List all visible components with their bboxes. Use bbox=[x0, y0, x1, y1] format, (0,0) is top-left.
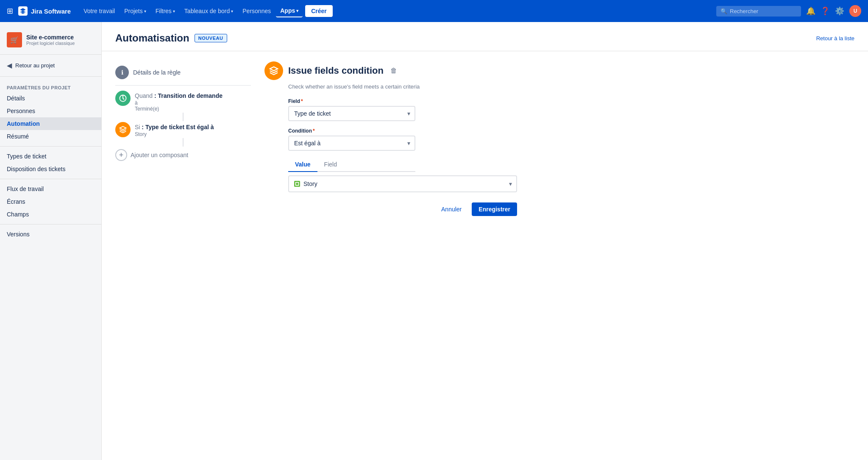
value-field-section: Value Field Story ▾ bbox=[288, 158, 553, 192]
when-label: Quand bbox=[135, 92, 153, 99]
create-button[interactable]: Créer bbox=[305, 5, 333, 17]
condition-description: Check whether an issue's field meets a c… bbox=[288, 83, 553, 90]
if-step-sub: Story bbox=[135, 131, 251, 137]
back-icon: ◀ bbox=[7, 61, 12, 69]
step-line-1 bbox=[115, 112, 251, 122]
top-nav-links: Votre travail Projets ▾ Filtres ▾ Tablea… bbox=[79, 5, 715, 17]
sidebar-item-versions[interactable]: Versions bbox=[0, 228, 101, 241]
sidebar-divider-2 bbox=[0, 146, 101, 147]
field-label: Field * bbox=[288, 98, 553, 104]
when-step-sub: àTerminé(e) bbox=[135, 100, 251, 112]
cancel-button[interactable]: Annuler bbox=[436, 202, 467, 216]
sidebar-item-ecrans[interactable]: Écrans bbox=[0, 195, 101, 208]
if-label: Si bbox=[135, 124, 140, 130]
layout: 🛒 Site e-commerce Projet logiciel classi… bbox=[0, 22, 868, 460]
when-step[interactable]: Quand : Transition de demande àTerminé(e… bbox=[115, 91, 251, 112]
story-select-box[interactable]: Story bbox=[288, 175, 517, 192]
condition-label: Condition * bbox=[288, 128, 553, 134]
search-box[interactable]: 🔍 Rechercher bbox=[716, 6, 801, 17]
main-content: Automatisation NOUVEAU Retour à la liste… bbox=[102, 22, 868, 460]
nav-votre-travail[interactable]: Votre travail bbox=[79, 5, 119, 17]
sidebar-item-details[interactable]: Détails bbox=[0, 92, 101, 105]
sidebar-item-flux[interactable]: Flux de travail bbox=[0, 183, 101, 195]
trash-icon[interactable]: 🗑 bbox=[390, 67, 397, 75]
step-line-2 bbox=[115, 137, 251, 147]
tab-field[interactable]: Field bbox=[317, 158, 344, 172]
story-label: Story bbox=[303, 180, 317, 187]
svg-rect-3 bbox=[296, 183, 298, 185]
story-select-wrapper: Story ▾ bbox=[288, 175, 517, 192]
tab-value[interactable]: Value bbox=[288, 158, 317, 172]
if-step-title: Si : Type de ticket Est égal à bbox=[135, 124, 251, 130]
add-component-icon: + bbox=[115, 149, 127, 161]
condition-select[interactable]: Est égal à bbox=[288, 136, 415, 151]
condition-title: Issue fields condition bbox=[288, 65, 384, 76]
brand: Jira Software bbox=[18, 6, 71, 16]
search-icon: 🔍 bbox=[721, 8, 727, 14]
divider-h bbox=[115, 85, 251, 86]
when-step-title: Quand : Transition de demande bbox=[135, 92, 251, 99]
when-step-icon bbox=[115, 91, 131, 106]
sidebar-project: 🛒 Site e-commerce Projet logiciel classi… bbox=[0, 29, 101, 55]
content-header: Automatisation NOUVEAU Retour à la liste bbox=[102, 22, 868, 51]
settings-icon[interactable]: ⚙️ bbox=[835, 6, 844, 16]
rule-details-icon: ℹ bbox=[115, 66, 129, 79]
project-sub: Projet logiciel classique bbox=[26, 41, 75, 46]
project-icon: 🛒 bbox=[7, 32, 22, 47]
top-nav-right: 🔍 Rechercher 🔔 ❓ ⚙️ U bbox=[716, 5, 861, 17]
if-step[interactable]: Si : Type de ticket Est égal à Story bbox=[115, 122, 251, 137]
vertical-line-1 bbox=[183, 113, 184, 121]
field-select[interactable]: Type de ticket bbox=[288, 106, 415, 121]
avatar[interactable]: U bbox=[849, 5, 861, 17]
sidebar-item-personnes[interactable]: Personnes bbox=[0, 105, 101, 117]
help-icon[interactable]: ❓ bbox=[821, 6, 830, 16]
project-name: Site e-commerce bbox=[26, 34, 75, 41]
top-nav: ⊞ Jira Software Votre travail Projets ▾ … bbox=[0, 0, 868, 22]
save-button[interactable]: Enregistrer bbox=[472, 202, 517, 216]
sidebar-item-disposition[interactable]: Disposition des tickets bbox=[0, 163, 101, 175]
when-step-content: Quand : Transition de demande àTerminé(e… bbox=[135, 91, 251, 112]
notifications-icon[interactable]: 🔔 bbox=[806, 6, 815, 16]
vertical-line-2 bbox=[183, 138, 184, 147]
field-group: Field * Type de ticket bbox=[288, 98, 553, 121]
if-step-content: Si : Type de ticket Est égal à Story bbox=[135, 122, 251, 137]
form-actions: Annuler Enregistrer bbox=[288, 202, 517, 216]
nav-personnes[interactable]: Personnes bbox=[238, 5, 275, 17]
sidebar-item-automation[interactable]: Automation bbox=[0, 117, 101, 130]
condition-panel: Issue fields condition 🗑 Check whether a… bbox=[264, 61, 553, 216]
condition-group: Condition * Est égal à bbox=[288, 128, 553, 151]
add-component-btn[interactable]: + Ajouter un composant bbox=[115, 149, 251, 161]
content-header-left: Automatisation NOUVEAU bbox=[115, 32, 227, 44]
rule-details-row[interactable]: ℹ Détails de la règle bbox=[115, 61, 251, 83]
sidebar-divider-3 bbox=[0, 179, 101, 179]
sidebar-item-types-ticket[interactable]: Types de ticket bbox=[0, 150, 101, 163]
nav-projets[interactable]: Projets ▾ bbox=[120, 5, 150, 17]
condition-header: Issue fields condition 🗑 bbox=[264, 61, 553, 80]
back-to-project[interactable]: ◀ Retour au projet bbox=[0, 58, 101, 73]
required-star-field: * bbox=[301, 98, 303, 104]
field-select-wrapper: Type de ticket bbox=[288, 106, 415, 121]
page-title: Automatisation bbox=[115, 32, 189, 44]
rule-details-text: Détails de la règle bbox=[133, 69, 181, 76]
condition-select-wrapper: Est égal à bbox=[288, 136, 415, 151]
condition-icon bbox=[264, 61, 283, 80]
sidebar-item-champs[interactable]: Champs bbox=[0, 208, 101, 221]
section-label: Paramètres du projet bbox=[0, 80, 101, 92]
sidebar-item-resume[interactable]: Résumé bbox=[0, 130, 101, 143]
jira-logo bbox=[18, 6, 28, 16]
back-to-list-link[interactable]: Retour à la liste bbox=[816, 35, 854, 42]
nav-apps[interactable]: Apps ▾ bbox=[276, 5, 303, 17]
new-badge: NOUVEAU bbox=[195, 34, 227, 42]
grid-icon[interactable]: ⊞ bbox=[7, 6, 13, 16]
nav-tableaux[interactable]: Tableaux de bord ▾ bbox=[180, 5, 237, 17]
required-star-condition: * bbox=[313, 128, 315, 134]
nav-filtres[interactable]: Filtres ▾ bbox=[151, 5, 179, 17]
automation-body: ℹ Détails de la règle Quand : bbox=[102, 51, 868, 226]
steps-panel: ℹ Détails de la règle Quand : bbox=[115, 61, 251, 216]
project-info: Site e-commerce Projet logiciel classiqu… bbox=[26, 34, 75, 46]
sidebar-divider-4 bbox=[0, 224, 101, 224]
tabs-row: Value Field bbox=[288, 158, 415, 172]
sidebar: 🛒 Site e-commerce Projet logiciel classi… bbox=[0, 22, 102, 460]
sidebar-divider-1 bbox=[0, 76, 101, 77]
story-icon bbox=[294, 181, 300, 187]
